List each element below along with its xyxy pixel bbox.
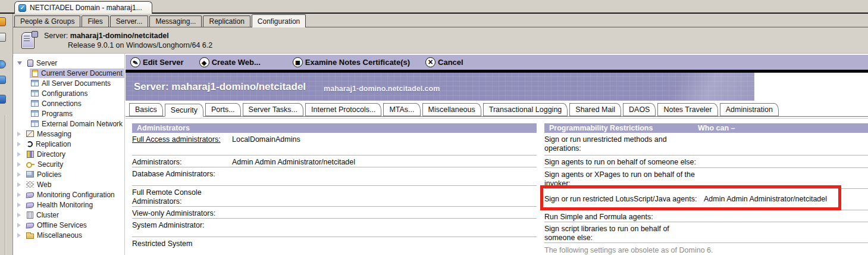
collapse-arrow-icon[interactable] [17,61,25,65]
expand-arrow-icon[interactable] [17,192,25,197]
sidebar-item-configurations[interactable]: Configurations [14,88,124,98]
sidebar-item-offline-services[interactable]: Offline Services [14,220,124,230]
tab-configuration[interactable]: Configuration [252,14,306,27]
sidebar-item-policies[interactable]: Policies [14,169,124,179]
view-table-icon [31,90,39,97]
directory-icon [27,151,34,158]
tab-server-tasks[interactable]: Server Tasks... [243,103,303,116]
sidebar-item-web[interactable]: Web [14,179,124,189]
server-banner: Server: maharaj1-domino/netcitadel mahar… [126,73,754,101]
expand-arrow-icon[interactable] [17,152,25,157]
lotus-domino-admin-window: ✓ NETCITADEL Domain - maharaj1... People… [0,0,868,255]
tab-ports[interactable]: Ports... [205,103,241,116]
expand-arrow-icon[interactable] [17,182,25,187]
tab-transactional-logging[interactable]: Transactional Logging [483,103,568,116]
sidebar-item-label: Connections [42,99,82,108]
sidebar-item-health-monitoring[interactable]: Health Monitoring [14,200,124,210]
tab-server[interactable]: Server... [110,15,149,27]
create-web-button[interactable]: Create Web... [199,57,261,67]
tab-notes-traveler[interactable]: Notes Traveler [657,103,717,116]
document-tabs: Basics Security Ports... Server Tasks...… [126,102,868,117]
sidebar-item-programs[interactable]: Programs [14,108,124,119]
obsolete-note: The following settings are obsolete as o… [544,243,868,254]
sidebar-item-external-domain-network[interactable]: External Domain Network Inf [14,119,124,129]
edit-server-button[interactable]: Edit Server [130,57,184,67]
field-label: Sign or run restricted LotusScript/Java … [544,195,704,204]
replication-icon [27,141,33,147]
sidebar-item-directory[interactable]: Directory [14,149,124,159]
sidebar-item-current-server-document[interactable]: Current Server Document [14,68,124,78]
sidebar-item-connections[interactable]: Connections [14,98,124,108]
programmability-header: Programmability Restrictions Who can – [544,123,868,133]
expand-arrow-icon[interactable] [17,142,25,147]
button-label: Create Web... [212,58,261,67]
expand-arrow-icon[interactable] [17,213,25,217]
tab-internet-protocols[interactable]: Internet Protocols... [305,103,381,116]
field-row: Administrators: Admin Admin Administrato… [132,156,537,167]
field-label: Restricted System [132,240,232,248]
bookmark-folder-icon[interactable] [0,76,6,84]
expand-arrow-icon[interactable] [17,203,25,207]
sidebar-item-cluster[interactable]: Cluster [14,210,124,220]
bookmark-favorites-icon[interactable] [0,17,6,26]
cancel-button[interactable]: Cancel [425,57,463,67]
administrators-header: Administrators [132,123,537,133]
bookmark-internet-icon[interactable] [0,60,6,69]
expand-arrow-icon[interactable] [17,223,25,228]
diamond-icon [199,57,209,67]
sidebar-item-monitoring-configuration[interactable]: Monitoring Configuration [14,189,124,200]
tab-messaging[interactable]: Messaging... [149,15,202,27]
field-label: Full Access administrators: [132,135,232,144]
sidebar-item-replication[interactable]: Replication [14,139,124,149]
tab-mtas[interactable]: MTAs... [383,103,420,116]
bookmark-bar [0,14,13,255]
sidebar-item-all-server-documents[interactable]: All Server Documents [14,78,124,88]
tab-people-groups[interactable]: People & Groups [14,15,80,27]
tab-basics[interactable]: Basics [129,103,163,116]
programmability-restrictions-section: Programmability Restrictions Who can – S… [544,123,868,254]
tab-files[interactable]: Files [82,15,108,27]
field-label: Sign or run unrestricted methods and ope… [544,135,704,153]
sidebar-item-server[interactable]: Server [14,58,124,68]
field-row: System Administrator: [132,219,537,237]
expand-arrow-icon[interactable] [17,132,25,136]
sidebar-item-miscellaneous[interactable]: Miscellaneous [14,230,124,240]
button-label: Cancel [438,58,463,67]
expand-arrow-icon[interactable] [17,233,25,238]
book-icon [26,202,35,208]
bookmark-replicator-icon[interactable] [0,95,6,104]
sidebar-item-label: Miscellaneous [37,231,82,240]
field-label: Sign agents or XPages to run on behalf o… [544,170,704,188]
view-table-icon [31,120,39,127]
field-label: Database Administrators: [132,170,232,179]
tab-administration[interactable]: Administration [720,103,779,116]
server-release: Release 9.0.1 on Windows/Longhorn/64 6.2 [68,41,212,50]
sidebar-item-label: External Domain Network Inf [42,120,125,128]
tab-daos[interactable]: DAOS [623,103,656,116]
key-icon [26,160,35,168]
expand-arrow-icon[interactable] [17,162,25,167]
sidebar-item-label: Directory [37,150,65,158]
tab-miscellaneous[interactable]: Miscellaneous [422,103,481,116]
view-table-icon [31,80,39,86]
window-tab-bar: ✓ NETCITADEL Domain - maharaj1... [0,0,868,14]
window-tab[interactable]: ✓ NETCITADEL Domain - maharaj1... [14,1,152,14]
bookmark-databases-icon[interactable] [0,33,6,42]
sidebar-item-label: Messaging [37,130,71,138]
tab-replication[interactable]: Replication [203,15,250,27]
field-label: Sign agents to run on behalf of someone … [544,158,704,167]
field-row: Sign agents or XPages to run on behalf o… [544,168,868,189]
sidebar-item-security[interactable]: Security [14,159,124,169]
tab-shared-mail[interactable]: Shared Mail [569,103,621,116]
banner-title: Server: maharaj1-domino/netcitadel [134,81,306,93]
tab-security[interactable]: Security [165,104,203,117]
field-label: View-only Administrators: [132,209,232,218]
document-icon [32,70,38,77]
field-row: Sign or run unrestricted methods and ope… [544,133,868,156]
expand-arrow-icon[interactable] [17,172,25,177]
sidebar-item-messaging[interactable]: Messaging [14,129,124,139]
banner-hostname: maharaj1-domino.netcitadel.com [324,85,440,93]
view-table-icon [31,110,39,117]
examine-notes-certificates-button[interactable]: Examine Notes Certificate(s) [293,57,410,67]
sidebar-item-label: Health Monitoring [37,201,93,209]
